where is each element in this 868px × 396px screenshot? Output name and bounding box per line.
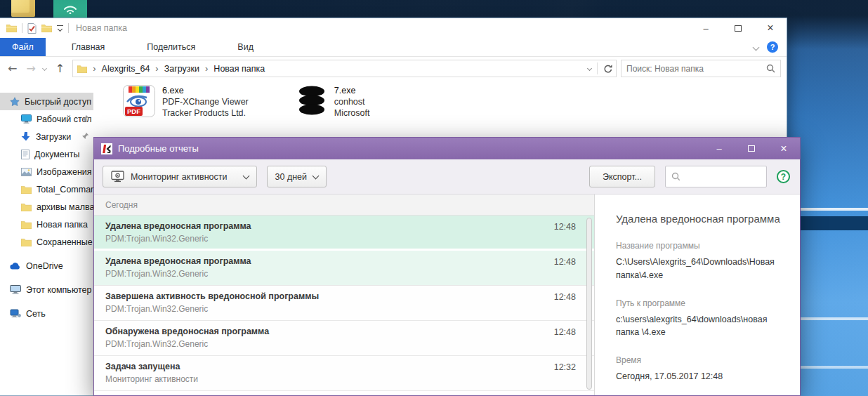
file-item[interactable]: 7.exe conhost Microsoft bbox=[296, 85, 370, 118]
breadcrumb-separator[interactable]: › bbox=[154, 63, 159, 74]
expand-ribbon-icon[interactable] bbox=[753, 44, 760, 51]
event-details-panel: Удалена вредоносная программа Название п… bbox=[594, 194, 800, 395]
sidebar-item-pictures[interactable]: Изображения bbox=[0, 163, 93, 180]
event-row[interactable]: Завершена активность вредоносной програм… bbox=[94, 286, 594, 321]
address-field[interactable]: › Alexgrits_64 › Загрузки › Новая папка bbox=[72, 60, 617, 77]
recent-locations-icon[interactable] bbox=[42, 66, 47, 71]
minimize-button[interactable]: – bbox=[690, 18, 722, 38]
explorer-titlebar: Новая папка – × bbox=[0, 18, 787, 38]
computer-icon bbox=[10, 285, 21, 294]
dialog-title: Подробные отчеты bbox=[118, 143, 703, 154]
divider bbox=[68, 23, 69, 33]
export-button[interactable]: Экспорт... bbox=[589, 166, 655, 187]
folder-icon bbox=[21, 220, 32, 229]
sidebar-item-downloads[interactable]: Загрузки bbox=[0, 128, 93, 145]
tab-file[interactable]: Файл bbox=[0, 38, 46, 56]
file-company: Tracker Products Ltd. bbox=[162, 108, 249, 118]
document-icon bbox=[21, 150, 29, 159]
explorer-window-controls: – × bbox=[690, 18, 787, 38]
ribbon-tabs: Файл Главная Поделиться Вид ? bbox=[0, 38, 787, 57]
scrollbar[interactable] bbox=[586, 218, 592, 390]
sidebar-item-folder[interactable]: архивы малвар bbox=[0, 198, 93, 216]
pdf-xchange-icon: PDF bbox=[123, 85, 155, 118]
report-search[interactable] bbox=[665, 166, 767, 187]
close-button[interactable]: × bbox=[768, 138, 800, 159]
forward-button[interactable]: → bbox=[25, 63, 37, 74]
help-icon[interactable]: ? bbox=[777, 170, 790, 183]
breadcrumb-item[interactable]: Alexgrits_64 bbox=[102, 64, 150, 74]
reports-dialog: Подробные отчеты – × Мониторинг активнос… bbox=[93, 137, 801, 396]
details-label: Название программы bbox=[616, 241, 787, 251]
breadcrumb-item[interactable]: Новая папка bbox=[213, 64, 265, 74]
address-dropdown-icon[interactable] bbox=[587, 66, 592, 71]
kaspersky-icon bbox=[101, 143, 112, 154]
breadcrumb-item[interactable]: Загрузки bbox=[164, 64, 199, 74]
file-company: Microsoft bbox=[334, 108, 370, 118]
details-value: C:\Users\Alexgrits_64\Downloads\Новая па… bbox=[616, 256, 787, 282]
address-bar: ← → ↑ › Alexgrits_64 › Загрузки › Новая … bbox=[0, 57, 787, 80]
customize-toolbar-icon[interactable] bbox=[57, 25, 63, 31]
sidebar-item-network[interactable]: Сеть bbox=[0, 305, 93, 322]
activity-monitor-icon bbox=[111, 171, 124, 183]
dialog-titlebar: Подробные отчеты – × bbox=[94, 138, 800, 159]
svg-text:PDF: PDF bbox=[127, 107, 140, 115]
close-button[interactable]: × bbox=[754, 18, 787, 38]
event-time: 12:48 bbox=[554, 222, 576, 232]
sidebar-item-quick-access[interactable]: Быстрый доступ bbox=[0, 93, 93, 110]
minimize-button[interactable]: – bbox=[703, 138, 735, 159]
folder-icon[interactable] bbox=[6, 24, 17, 32]
explorer-search[interactable] bbox=[621, 60, 781, 77]
new-folder-icon[interactable] bbox=[41, 24, 52, 32]
dialog-toolbar: Мониторинг активности 30 дней Экспорт...… bbox=[94, 159, 800, 194]
tab-view[interactable]: Вид bbox=[227, 38, 264, 56]
maximize-button[interactable] bbox=[722, 18, 754, 38]
sidebar-item-desktop[interactable]: Рабочий стол bbox=[0, 110, 93, 128]
breadcrumb-separator[interactable]: › bbox=[204, 63, 209, 74]
search-icon[interactable] bbox=[766, 64, 775, 73]
up-button[interactable]: ↑ bbox=[52, 63, 68, 74]
period-dropdown[interactable]: 30 дней bbox=[267, 166, 327, 187]
event-row[interactable]: Удалена вредоносная программа PDM:Trojan… bbox=[94, 251, 594, 286]
chevron-down-icon bbox=[242, 172, 249, 179]
back-button[interactable]: ← bbox=[4, 63, 20, 74]
conhost-icon bbox=[296, 85, 327, 118]
quick-access-toolbar bbox=[0, 23, 69, 34]
event-row[interactable]: Задача запущена Мониторинг активности 12… bbox=[94, 356, 594, 391]
sidebar-item-folder[interactable]: Новая папка bbox=[0, 216, 93, 233]
divider bbox=[22, 23, 22, 33]
file-description: conhost bbox=[334, 97, 370, 107]
event-time: 12:48 bbox=[554, 327, 576, 337]
sidebar-item-this-pc[interactable]: Этот компьютер bbox=[0, 281, 93, 298]
desktop-green-app-icon[interactable] bbox=[53, 0, 87, 18]
sidebar-item-documents[interactable]: Документы bbox=[0, 145, 93, 163]
chevron-down-icon bbox=[313, 172, 320, 179]
pin-icon bbox=[81, 114, 89, 122]
wifi-icon bbox=[63, 4, 78, 14]
details-label: Путь к программе bbox=[616, 298, 787, 308]
tab-share[interactable]: Поделиться bbox=[136, 38, 206, 56]
event-row[interactable]: Обнаружена вредоносная программа PDM:Tro… bbox=[94, 321, 594, 356]
properties-icon[interactable] bbox=[27, 23, 37, 34]
category-dropdown[interactable]: Мониторинг активности bbox=[103, 166, 257, 187]
sidebar-item-folder[interactable]: Сохраненные ф bbox=[0, 233, 93, 251]
explorer-search-input[interactable] bbox=[626, 64, 766, 74]
tab-home[interactable]: Главная bbox=[61, 38, 116, 56]
event-row[interactable]: Удалена вредоносная программа PDM:Trojan… bbox=[94, 216, 594, 251]
folder-icon bbox=[77, 65, 87, 73]
desktop-folder-icon[interactable] bbox=[11, 0, 35, 17]
star-icon bbox=[10, 97, 20, 107]
breadcrumb-separator: › bbox=[91, 63, 97, 74]
pin-icon bbox=[81, 132, 89, 140]
file-name: 7.exe bbox=[334, 86, 370, 95]
refresh-icon[interactable] bbox=[603, 64, 613, 74]
desktop-icon bbox=[21, 114, 32, 124]
file-item[interactable]: PDF 6.exe PDF-XChange Viewer Tracker Pro… bbox=[123, 85, 249, 118]
event-list: Сегодня Удалена вредоносная программа PD… bbox=[94, 194, 594, 395]
sidebar-item-folder[interactable]: Total_Comman bbox=[0, 180, 93, 198]
sidebar-item-onedrive[interactable]: OneDrive bbox=[0, 257, 93, 275]
downloads-icon bbox=[21, 132, 31, 142]
maximize-button[interactable] bbox=[735, 138, 768, 159]
file-description: PDF-XChange Viewer bbox=[162, 97, 249, 107]
help-icon[interactable]: ? bbox=[767, 41, 778, 53]
dialog-window-controls: – × bbox=[703, 138, 800, 159]
